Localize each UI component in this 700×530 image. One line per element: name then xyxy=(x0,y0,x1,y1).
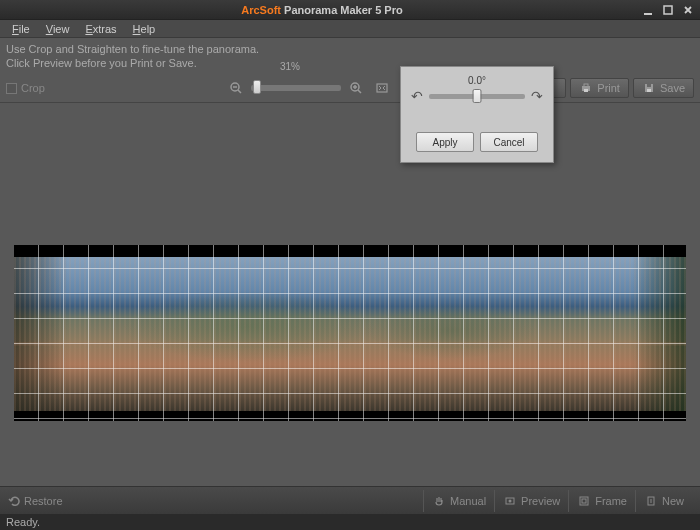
svg-point-19 xyxy=(509,499,512,502)
hint-panel: Use Crop and Straighten to fine-tune the… xyxy=(0,38,700,75)
maximize-button[interactable] xyxy=(660,3,676,17)
window-controls xyxy=(640,3,696,17)
statusbar: Ready. xyxy=(0,514,700,530)
new-label: New xyxy=(662,495,684,507)
frame-button[interactable]: Frame xyxy=(568,490,635,512)
save-icon xyxy=(642,81,656,95)
status-text: Ready. xyxy=(6,516,40,528)
svg-rect-22 xyxy=(648,497,654,505)
svg-rect-20 xyxy=(580,497,588,505)
svg-rect-21 xyxy=(582,499,586,503)
save-button[interactable]: Save xyxy=(633,78,694,98)
svg-rect-13 xyxy=(584,84,588,87)
printer-icon xyxy=(579,81,593,95)
brand-name: ArcSoft xyxy=(241,4,281,16)
restore-button[interactable]: Restore xyxy=(8,495,63,507)
rotate-left-icon[interactable]: ↶ xyxy=(411,88,423,104)
menu-file[interactable]: File xyxy=(4,21,38,37)
hint-line1: Use Crop and Straighten to fine-tune the… xyxy=(6,42,694,56)
restore-label: Restore xyxy=(24,495,63,507)
rotation-slider-row: ↶ ↷ xyxy=(411,88,543,104)
cancel-button[interactable]: Cancel xyxy=(480,132,538,152)
svg-rect-0 xyxy=(644,13,652,15)
menu-view[interactable]: View xyxy=(38,21,78,37)
rotation-slider[interactable] xyxy=(429,94,525,99)
rotate-right-icon[interactable]: ↷ xyxy=(531,88,543,104)
zoom-slider[interactable] xyxy=(251,85,341,91)
close-button[interactable] xyxy=(680,3,696,17)
straighten-grid xyxy=(14,245,686,421)
canvas-area xyxy=(0,103,700,486)
minimize-button[interactable] xyxy=(640,3,656,17)
preview-icon xyxy=(503,494,517,508)
fit-screen-icon[interactable] xyxy=(371,78,393,98)
straighten-popup: 0.0° ↶ ↷ Apply Cancel xyxy=(400,66,554,163)
preview-button[interactable]: Preview xyxy=(494,490,568,512)
svg-rect-17 xyxy=(647,89,651,92)
rotation-thumb[interactable] xyxy=(473,89,482,103)
zoom-percent: 31% xyxy=(280,61,300,72)
new-button[interactable]: New xyxy=(635,490,692,512)
apply-button[interactable]: Apply xyxy=(416,132,474,152)
svg-rect-1 xyxy=(664,6,672,14)
zoom-out-icon[interactable] xyxy=(225,78,247,98)
app-title: Panorama Maker 5 Pro xyxy=(284,4,403,16)
menubar: File View Extras Help xyxy=(0,20,700,38)
bottombar: Restore Manual Preview Frame New xyxy=(0,486,700,514)
titlebar: ArcSoft Panorama Maker 5 Pro xyxy=(0,0,700,20)
toolbar: Crop 31% 1:1 Order Panorama Print Save xyxy=(0,75,700,103)
svg-rect-16 xyxy=(647,84,651,87)
manual-button[interactable]: Manual xyxy=(423,490,494,512)
panorama-preview[interactable] xyxy=(14,245,686,421)
crop-checkbox[interactable]: Crop xyxy=(6,82,45,94)
frame-icon xyxy=(577,494,591,508)
restore-icon xyxy=(8,495,20,507)
rotation-value: 0.0° xyxy=(411,75,543,86)
preview-label: Preview xyxy=(521,495,560,507)
window-title: ArcSoft Panorama Maker 5 Pro xyxy=(4,4,640,16)
save-label: Save xyxy=(660,82,685,94)
manual-label: Manual xyxy=(450,495,486,507)
svg-rect-4 xyxy=(377,84,387,92)
crop-label: Crop xyxy=(21,82,45,94)
menu-help[interactable]: Help xyxy=(125,21,164,37)
hand-icon xyxy=(432,494,446,508)
print-button[interactable]: Print xyxy=(570,78,629,98)
zoom-in-icon[interactable] xyxy=(345,78,367,98)
zoom-controls: 1:1 xyxy=(225,78,419,98)
menu-extras[interactable]: Extras xyxy=(77,21,124,37)
new-icon xyxy=(644,494,658,508)
print-label: Print xyxy=(597,82,620,94)
popup-buttons: Apply Cancel xyxy=(411,132,543,152)
svg-rect-14 xyxy=(584,89,588,92)
frame-label: Frame xyxy=(595,495,627,507)
checkbox-icon xyxy=(6,83,17,94)
zoom-thumb[interactable] xyxy=(253,80,261,94)
hint-line2: Click Preview before you Print or Save. xyxy=(6,56,694,70)
